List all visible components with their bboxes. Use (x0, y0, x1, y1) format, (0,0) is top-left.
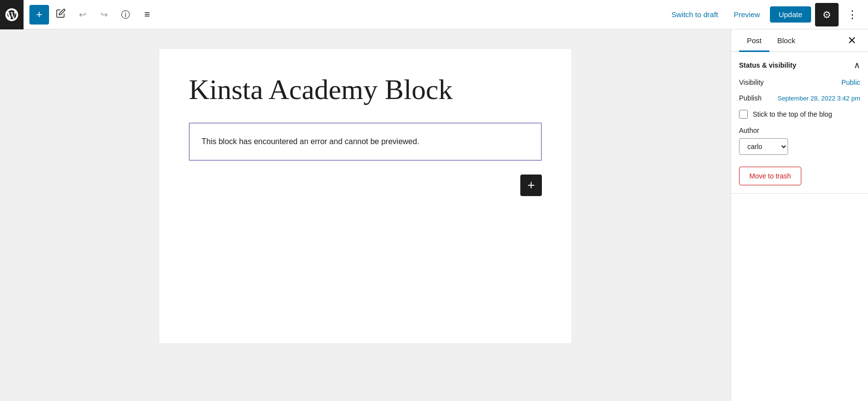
editor-content: Kinsta Academy Block This block has enco… (159, 49, 571, 343)
tab-post[interactable]: Post (739, 29, 769, 52)
list-view-icon: ≡ (144, 9, 150, 20)
close-icon: ✕ (847, 34, 856, 47)
wp-logo (0, 0, 24, 29)
publish-row: Publish September 28, 2022 3:42 pm (739, 94, 860, 102)
chevron-up-icon: ∧ (854, 60, 860, 70)
stick-to-top-label[interactable]: Stick to the top of the blog (753, 110, 832, 118)
preview-button[interactable]: Preview (728, 6, 766, 23)
info-icon: ⓘ (121, 9, 130, 21)
author-section: Author carlo (739, 126, 860, 155)
update-button[interactable]: Update (770, 6, 811, 23)
tab-block[interactable]: Block (769, 29, 803, 52)
move-to-trash-button[interactable]: Move to trash (739, 167, 801, 185)
sidebar: Post Block ✕ Status & visibility ∧ Visib… (731, 29, 868, 401)
visibility-label: Visibility (739, 78, 764, 86)
more-options-button[interactable]: ⋮ (842, 5, 862, 25)
add-block-inline-icon: + (527, 177, 535, 193)
status-visibility-section: Status & visibility ∧ Visibility Public … (731, 52, 868, 194)
publish-label: Publish (739, 94, 762, 102)
add-block-button[interactable]: + (29, 5, 49, 25)
editor-area: Kinsta Academy Block This block has enco… (0, 29, 731, 401)
section-header: Status & visibility ∧ (739, 60, 860, 71)
list-view-button[interactable]: ≡ (137, 5, 157, 25)
stick-to-top-row: Stick to the top of the blog (739, 110, 860, 119)
author-label: Author (739, 126, 860, 134)
switch-to-draft-button[interactable]: Switch to draft (665, 6, 724, 23)
block-error-message: This block has encountered an error and … (202, 137, 419, 146)
settings-button[interactable]: ⚙ (815, 3, 839, 26)
section-toggle-button[interactable]: ∧ (854, 60, 860, 71)
author-select[interactable]: carlo (739, 138, 788, 155)
add-block-inline-button[interactable]: + (520, 175, 542, 196)
visibility-row: Visibility Public (739, 78, 860, 86)
gear-icon: ⚙ (822, 9, 831, 21)
sidebar-tabs: Post Block ✕ (731, 29, 868, 52)
redo-icon: ↪ (101, 9, 108, 20)
undo-icon: ↩ (79, 9, 86, 20)
main-toolbar: + ↩ ↪ ⓘ ≡ Switch to draft Preview Update… (0, 0, 868, 29)
undo-button[interactable]: ↩ (73, 5, 92, 25)
move-to-trash-container: Move to trash (739, 163, 860, 185)
main-layout: Kinsta Academy Block This block has enco… (0, 29, 868, 401)
publish-value[interactable]: September 28, 2022 3:42 pm (778, 95, 860, 102)
info-button[interactable]: ⓘ (116, 5, 135, 25)
edit-button[interactable] (51, 5, 71, 25)
section-title: Status & visibility (739, 61, 796, 69)
redo-button[interactable]: ↪ (94, 5, 114, 25)
sidebar-close-button[interactable]: ✕ (843, 30, 860, 51)
stick-to-top-checkbox[interactable] (739, 110, 748, 119)
plus-icon: + (36, 8, 43, 21)
post-title[interactable]: Kinsta Academy Block (189, 73, 542, 107)
pencil-icon (56, 8, 66, 21)
block-error: This block has encountered an error and … (189, 123, 542, 161)
visibility-value[interactable]: Public (842, 78, 860, 86)
more-options-icon: ⋮ (847, 8, 858, 21)
